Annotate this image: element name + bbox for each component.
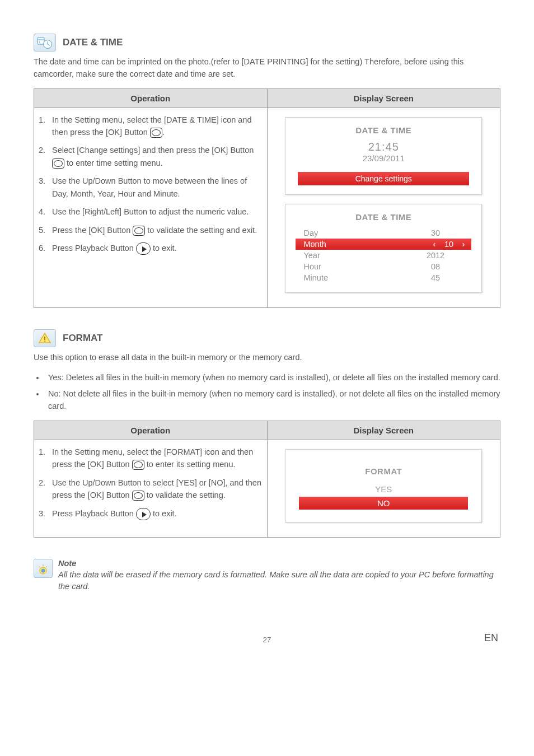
date-time-icon: 1: [34, 34, 56, 52]
step-2: Select [Change settings] and then press …: [39, 144, 263, 169]
step-3: Use the Up/Down Button to move between t…: [39, 175, 263, 200]
row-month[interactable]: Month ‹ 10 ›: [296, 239, 471, 250]
date-time-screen-1: DATE & TIME 21:45 23/09/2011 Change sett…: [285, 117, 482, 195]
bullet-yes: Yes: Deletes all files in the built-in m…: [45, 371, 500, 384]
header-display-screen: Display Screen: [267, 421, 500, 440]
page-number: 27: [69, 636, 465, 644]
note-icon: [34, 559, 53, 578]
header-display-screen: Display Screen: [267, 88, 500, 108]
step-2: Use the Up/Down Button to select [YES] o…: [39, 477, 263, 502]
panel-date: 23/09/2011: [296, 153, 471, 163]
row-hour[interactable]: Hour 08: [296, 261, 471, 272]
svg-line-12: [39, 566, 40, 567]
header-operation: Operation: [34, 88, 268, 108]
note-text: All the data will be erased if the memor…: [58, 569, 500, 594]
date-time-header: 1 DATE & TIME: [34, 34, 500, 52]
panel-title: DATE & TIME: [296, 125, 471, 135]
format-steps: In the Setting menu, select the [FORMAT]…: [39, 446, 263, 520]
note-block: Note All the data will be erased if the …: [34, 559, 500, 594]
row-minute[interactable]: Minute 45: [296, 272, 471, 283]
section-title: FORMAT: [63, 333, 102, 344]
panel-title: DATE & TIME: [296, 212, 471, 222]
svg-point-8: [44, 340, 45, 342]
format-bullets: Yes: Deletes all files in the built-in m…: [34, 371, 500, 412]
svg-point-10: [41, 568, 45, 572]
option-yes[interactable]: YES: [296, 483, 471, 496]
format-icon: [34, 329, 56, 347]
ok-button-icon: [132, 491, 144, 501]
chevron-left-icon[interactable]: ‹: [429, 240, 440, 249]
page-footer: 27 EN: [34, 632, 500, 644]
ok-button-icon: [132, 460, 144, 470]
step-1: In the Setting menu, select the [FORMAT]…: [39, 446, 263, 471]
date-time-intro: The date and time can be imprinted on th…: [34, 56, 500, 81]
change-settings-button[interactable]: Change settings: [298, 172, 469, 185]
panel-title: FORMAT: [296, 466, 471, 476]
section-title: DATE & TIME: [63, 37, 123, 48]
header-operation: Operation: [34, 421, 268, 440]
language-label: EN: [465, 632, 498, 644]
playback-button-icon: [136, 242, 151, 255]
date-time-steps: In the Setting menu, select the [DATE & …: [39, 114, 263, 255]
ok-button-icon: [150, 128, 162, 138]
format-table: Operation Display Screen In the Setting …: [34, 421, 500, 538]
format-header: FORMAT: [34, 329, 500, 347]
ok-button-icon: [133, 226, 145, 236]
format-intro: Use this option to erase all data in the…: [34, 352, 500, 364]
option-no[interactable]: NO: [299, 497, 468, 510]
step-3: Press Playback Button to exit.: [39, 507, 263, 520]
row-day[interactable]: Day 30: [296, 227, 471, 239]
bullet-no: No: Not delete all files in the built-in…: [45, 388, 500, 413]
step-1: In the Setting menu, select the [DATE & …: [39, 114, 263, 139]
format-screen: FORMAT YES NO: [285, 449, 482, 522]
row-year[interactable]: Year 2012: [296, 250, 471, 261]
chevron-right-icon[interactable]: ›: [458, 240, 469, 249]
svg-line-13: [46, 566, 47, 567]
step-6: Press Playback Button to exit.: [39, 242, 263, 255]
date-time-table: Operation Display Screen In the Setting …: [34, 88, 500, 308]
step-4: Use the [Right/Left] Button to adjust th…: [39, 206, 263, 218]
step-5: Press the [OK] Button to validate the se…: [39, 224, 263, 236]
playback-button-icon: [136, 508, 151, 520]
panel-time: 21:45: [296, 141, 471, 153]
ok-button-icon: [52, 158, 64, 169]
note-title: Note: [58, 559, 500, 568]
date-time-screen-2: DATE & TIME Day 30 Month ‹ 10 ›: [285, 204, 482, 293]
